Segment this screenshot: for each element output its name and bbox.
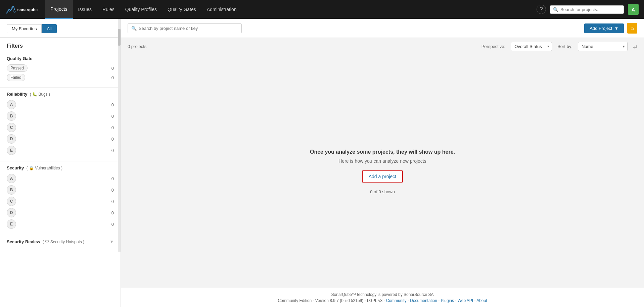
perspective-select-wrapper: Overall Status Reliability Security Main… [511,42,552,51]
navbar: sonarqube Projects Issues Rules Quality … [0,0,644,19]
perspective-select[interactable]: Overall Status Reliability Security Main… [511,42,552,51]
empty-state-title: Once you analyze some projects, they wil… [310,149,455,155]
security-c-row: C 0 [7,197,114,206]
security-c-badge[interactable]: C [7,197,16,206]
footer-sep3: - [455,298,457,303]
add-project-dropdown-icon: ▼ [614,26,618,31]
content-area: 🔍 Add Project ▼ ⌂ 0 projects Perspective… [121,19,644,307]
perspective-label: Perspective: [481,44,506,49]
reliability-d-count: 0 [111,137,114,142]
footer-webapi-link[interactable]: Web API [458,298,473,303]
sidebar-scrollbar [118,19,121,252]
security-d-count: 0 [111,210,114,215]
sidebar: My Favorites All Filters Quality Gate Pa… [0,19,121,307]
footer-line2: Community Edition - Version 8.9.7 (build… [128,298,637,303]
reliability-d-row: D 0 [7,134,114,144]
global-search: 🔍 [550,5,624,14]
security-a-badge[interactable]: A [7,174,16,183]
reliability-c-count: 0 [111,125,114,130]
sortby-label: Sort by: [557,44,572,49]
footer-sep2: - [438,298,441,303]
sort-order-icon[interactable]: ⇄ [633,43,637,50]
nav-links: Projects Issues Rules Quality Profiles Q… [45,0,242,19]
add-project-link-button[interactable]: Add a project [362,170,403,183]
nav-link-rules[interactable]: Rules [97,0,120,19]
quality-gate-failed-badge[interactable]: Failed [7,74,25,81]
content-toolbar: 🔍 Add Project ▼ ⌂ [121,19,644,38]
toolbar-right: Add Project ▼ ⌂ [584,23,637,34]
security-e-badge[interactable]: E [7,219,16,229]
user-avatar[interactable]: A [628,4,639,15]
reliability-e-row: E 0 [7,146,114,155]
security-e-row: E 0 [7,219,114,229]
footer-line1: SonarQube™ technology is powered by Sona… [128,292,637,297]
empty-state: Once you analyze some projects, they wil… [121,55,644,288]
project-search-box: 🔍 [128,23,242,33]
global-search-icon: 🔍 [553,7,558,12]
nav-link-quality-gates[interactable]: Quality Gates [162,0,201,19]
home-button[interactable]: ⌂ [627,23,637,34]
nav-link-issues[interactable]: Issues [73,0,97,19]
reliability-a-count: 0 [111,102,114,107]
logo[interactable]: sonarqube [5,4,42,15]
reliability-c-row: C 0 [7,123,114,132]
security-review-filter: Security Review ( 🛡 Security Hotspots ) … [0,235,121,252]
sortby-select-wrapper: Name Last Analysis Date Quality Gate Rel… [578,42,628,51]
reliability-d-badge[interactable]: D [7,134,16,144]
quality-gate-passed-badge[interactable]: Passed [7,64,28,72]
security-review-title: Security Review ( 🛡 Security Hotspots ) … [7,239,114,244]
footer-documentation-link[interactable]: Documentation [410,298,437,303]
add-project-button[interactable]: Add Project ▼ [584,23,624,33]
nav-link-administration[interactable]: Administration [201,0,242,19]
reliability-b-badge[interactable]: B [7,111,16,121]
svg-text:sonarqube: sonarqube [17,7,38,12]
reliability-a-row: A 0 [7,100,114,109]
security-review-expand[interactable]: ▼ [109,239,114,244]
my-favorites-tab[interactable]: My Favorites [7,24,42,33]
reliability-a-badge[interactable]: A [7,100,16,109]
reliability-title: Reliability ( 🐛 Bugs ) [7,92,114,97]
security-e-count: 0 [111,222,114,227]
footer-edition-text: Community Edition - Version 8.9.7 (build… [278,298,386,303]
security-b-badge[interactable]: B [7,185,16,195]
reliability-e-badge[interactable]: E [7,146,16,155]
quality-gate-failed-count: 0 [111,75,114,80]
project-search-input[interactable] [139,26,238,31]
sidebar-scrollbar-thumb [118,29,121,46]
quality-gate-title: Quality Gate [7,56,114,61]
security-b-row: B 0 [7,185,114,195]
security-d-row: D 0 [7,208,114,217]
quality-gate-passed-row: Passed 0 [7,64,114,72]
footer-community-link[interactable]: Community [386,298,407,303]
security-a-row: A 0 [7,174,114,183]
help-icon[interactable]: ? [537,5,546,14]
footer: SonarQube™ technology is powered by Sona… [121,288,644,307]
reliability-e-count: 0 [111,148,114,153]
shown-count: 0 of 0 shown [370,189,395,194]
security-title: Security ( 🔒 Vulnerabilities ) [7,165,114,170]
reliability-b-count: 0 [111,114,114,119]
sortby-select[interactable]: Name Last Analysis Date Quality Gate Rel… [578,42,628,51]
main-container: My Favorites All Filters Quality Gate Pa… [0,19,644,307]
footer-about-link[interactable]: About [476,298,487,303]
nav-link-quality-profiles[interactable]: Quality Profiles [120,0,162,19]
all-tab[interactable]: All [42,24,56,33]
reliability-c-badge[interactable]: C [7,123,16,132]
security-d-badge[interactable]: D [7,208,16,217]
meta-right: Perspective: Overall Status Reliability … [481,42,637,51]
quality-gate-failed-row: Failed 0 [7,74,114,81]
security-a-count: 0 [111,176,114,181]
project-search-icon: 🔍 [131,26,137,31]
sidebar-tabs: My Favorites All [0,19,121,38]
projects-meta-bar: 0 projects Perspective: Overall Status R… [121,38,644,55]
footer-plugins-link[interactable]: Plugins [441,298,454,303]
navbar-right: ? 🔍 A [537,4,639,15]
quality-gate-filter: Quality Gate Passed 0 Failed 0 [0,52,121,87]
nav-link-projects[interactable]: Projects [45,0,73,19]
filters-title: Filters [0,38,121,52]
security-filter: Security ( 🔒 Vulnerabilities ) A 0 B 0 C… [0,161,121,235]
global-search-input[interactable] [560,7,621,12]
reliability-b-row: B 0 [7,111,114,121]
security-b-count: 0 [111,188,114,193]
empty-state-subtitle: Here is how you can analyze new projects [338,158,426,164]
